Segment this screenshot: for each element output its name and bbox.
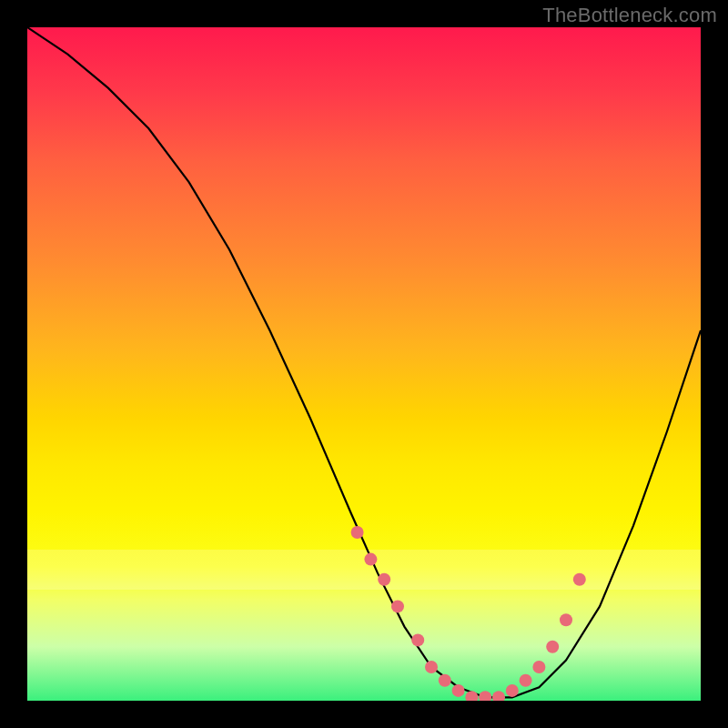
marker-dot — [520, 674, 532, 687]
marker-dot — [411, 633, 424, 646]
marker-dot — [439, 674, 451, 687]
marker-dot — [465, 691, 478, 701]
chart-frame: TheBottleneck.com — [0, 0, 728, 728]
marker-dot — [560, 613, 572, 626]
curve-line — [27, 27, 701, 697]
marker-dot — [573, 573, 586, 586]
marker-dot — [479, 691, 491, 701]
plot-area — [27, 27, 701, 701]
attribution-text: TheBottleneck.com — [542, 4, 717, 27]
marker-dot — [364, 553, 377, 566]
marker-dot — [351, 526, 364, 539]
chart-svg — [27, 27, 701, 701]
marker-dot — [532, 661, 545, 673]
marker-dot — [391, 600, 404, 612]
marker-dot — [492, 691, 505, 701]
marker-dot — [452, 684, 465, 697]
marker-dot — [378, 573, 390, 586]
marker-dot — [546, 641, 559, 653]
marker-dot — [425, 661, 438, 673]
marker-dot — [506, 684, 519, 697]
